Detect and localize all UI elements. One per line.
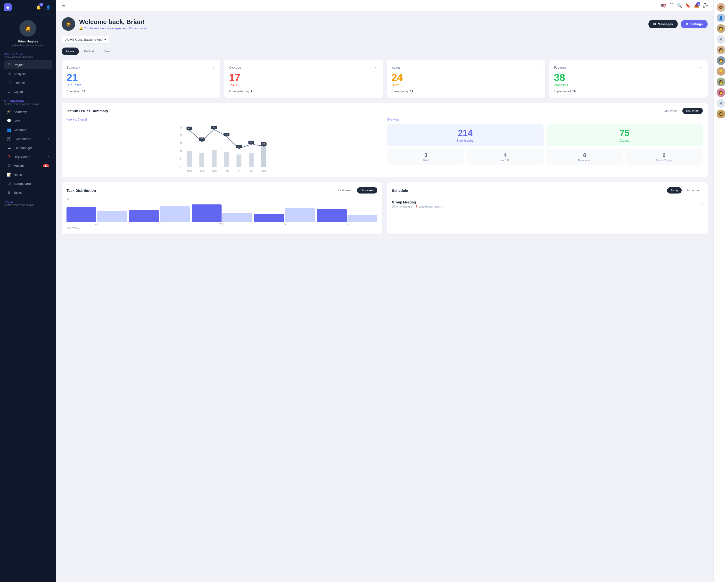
right-avatar-m1[interactable]: M bbox=[717, 35, 725, 44]
mini-label: Won't Fix bbox=[468, 159, 542, 162]
svg-text:18: 18 bbox=[180, 150, 183, 153]
sidebar-item-helpcenter[interactable]: ❓ Help Center › bbox=[4, 152, 52, 161]
closed-issues-number: 75 bbox=[550, 128, 699, 138]
schedule-card: Schedule Today Tomorrow Group Meeting 🕐 … bbox=[387, 182, 708, 234]
sidebar-item-label: Analytics bbox=[14, 72, 26, 76]
task-last-week-btn[interactable]: Last Week bbox=[335, 187, 355, 194]
right-avatar-1[interactable]: 👤 bbox=[717, 13, 725, 22]
sidebar-item-mailbox[interactable]: ✉ Mailbox 27 bbox=[4, 161, 52, 170]
bottom-grid: Task Distribution Last Week This Week 40… bbox=[62, 182, 708, 234]
right-avatar-8[interactable]: 🧔 bbox=[717, 110, 725, 118]
flag-icon[interactable]: 🇺🇸 bbox=[661, 3, 666, 8]
bar-group-thu: Thu bbox=[254, 202, 315, 225]
sidebar-item-academy[interactable]: 🎓 Academy bbox=[4, 107, 52, 116]
notification-button[interactable]: 🔔 3 bbox=[35, 4, 42, 11]
sidebar-item-finance[interactable]: ◷ Finance bbox=[4, 78, 52, 87]
stat-menu-icon[interactable]: ⋮ bbox=[373, 65, 378, 70]
right-avatar-2[interactable]: 🧑 bbox=[717, 24, 725, 33]
settings-button-header[interactable]: ⚙ Settings bbox=[681, 20, 708, 28]
app-logo[interactable]: ◆ bbox=[4, 3, 11, 11]
clock-icon: 🕐 bbox=[392, 205, 395, 208]
right-avatar-3[interactable]: 👩 bbox=[717, 46, 725, 54]
profile-avatar: 🧔 bbox=[19, 20, 37, 37]
right-avatar-4[interactable]: 🧑 bbox=[717, 56, 725, 65]
pages-section: PAGES Custom made page designs bbox=[0, 198, 56, 209]
last-week-button[interactable]: Last Week bbox=[660, 108, 681, 114]
sidebar: ◆ 🔔 3 👤 🧔 Brian Hughes hughes.brian@comp… bbox=[0, 0, 56, 582]
svg-text:Sun: Sun bbox=[262, 169, 266, 172]
svg-rect-13 bbox=[200, 153, 204, 167]
stat-header: Overdue ⋮ bbox=[229, 65, 378, 70]
user-icon-button[interactable]: 👤 bbox=[45, 4, 52, 11]
messages-button-header[interactable]: ✉ Messages bbox=[648, 20, 678, 28]
crypto-icon: ⊙ bbox=[7, 89, 11, 94]
sidebar-item-chat[interactable]: 💬 Chat bbox=[4, 116, 52, 125]
bookmark-button[interactable]: 🔖 bbox=[685, 3, 691, 8]
stat-title: Issues bbox=[391, 66, 401, 70]
topbar: ☰ 🇺🇸 ⛶ 🔍 🔖 📥 5 💬 bbox=[56, 0, 713, 11]
svg-text:Thu: Thu bbox=[225, 169, 229, 172]
mini-stat-reopened: 8 Re-opened bbox=[546, 149, 623, 165]
right-avatar-6[interactable]: 👩 bbox=[717, 78, 725, 86]
stat-footer: From yesterday: 9 bbox=[229, 90, 378, 93]
this-week-button[interactable]: This Week bbox=[682, 108, 703, 114]
contacts-icon: 👥 bbox=[7, 128, 11, 132]
bar-primary bbox=[192, 204, 222, 222]
sidebar-item-tasks[interactable]: ⊕ Tasks bbox=[4, 188, 52, 197]
welcome-actions: ✉ Messages ⚙ Settings bbox=[648, 20, 708, 28]
line-bar-chart: 45 36 27 18 9 0 bbox=[67, 124, 382, 173]
notification-badge: 3 bbox=[39, 3, 43, 6]
schedule-header: Schedule Today Tomorrow bbox=[392, 187, 703, 194]
scrumboard-icon: ☑ bbox=[7, 182, 11, 186]
sidebar-top-icons: 🔔 3 👤 bbox=[35, 4, 52, 11]
mini-label: Needs Triage bbox=[627, 159, 701, 162]
sidebar-item-analytics[interactable]: ◎ Analytics bbox=[4, 70, 52, 78]
search-button[interactable]: 🔍 bbox=[677, 3, 682, 8]
svg-text:Fri: Fri bbox=[238, 169, 240, 172]
messages-button[interactable]: 💬 bbox=[703, 3, 708, 8]
inbox-badge: 5 bbox=[697, 2, 700, 6]
schedule-arrow[interactable]: › bbox=[702, 202, 703, 206]
task-this-week-btn[interactable]: This Week bbox=[357, 187, 378, 194]
bar-label: Fri bbox=[345, 223, 348, 225]
bar-label: Thu bbox=[283, 223, 287, 225]
stat-number: 24 bbox=[391, 73, 540, 83]
sidebar-item-label: Contacts bbox=[14, 128, 26, 132]
sidebar-item-crypto[interactable]: ⊙ Crypto bbox=[4, 87, 52, 96]
right-avatar-7[interactable]: 👩 bbox=[717, 88, 725, 97]
sidebar-item-label: Tasks bbox=[14, 191, 22, 194]
svg-rect-16 bbox=[237, 155, 241, 167]
menu-icon[interactable]: ☰ bbox=[62, 3, 66, 8]
stat-label: Open bbox=[391, 83, 540, 87]
sidebar-item-label: Crypto bbox=[14, 90, 23, 93]
sidebar-item-scrumboard[interactable]: ☑ Scrumboard bbox=[4, 179, 52, 188]
stat-menu-icon[interactable]: ⋮ bbox=[211, 65, 215, 70]
sidebar-item-project[interactable]: ⊞ Project bbox=[4, 60, 52, 69]
inbox-button[interactable]: 📥 5 bbox=[694, 3, 699, 8]
right-avatar-0[interactable]: 🧔 bbox=[717, 3, 725, 11]
today-btn[interactable]: Today bbox=[667, 187, 682, 194]
svg-text:22: 22 bbox=[262, 143, 265, 145]
fullscreen-button[interactable]: ⛶ bbox=[670, 3, 674, 8]
profile-email: hughes.brian@company.com bbox=[4, 44, 52, 47]
sidebar-item-contacts[interactable]: 👥 Contacts bbox=[4, 126, 52, 134]
sidebar-item-ecommerce[interactable]: 🛒 ECommerce › bbox=[4, 134, 52, 143]
notes-icon: 📝 bbox=[7, 172, 11, 177]
closed-label: Closed bbox=[550, 139, 699, 142]
right-avatar-5[interactable]: 👱 bbox=[717, 67, 725, 76]
stat-menu-icon[interactable]: ⋮ bbox=[698, 65, 703, 70]
sidebar-item-notes[interactable]: 📝 Notes bbox=[4, 170, 52, 179]
project-selector[interactable]: ACME Corp. Backend App ▾ bbox=[62, 36, 110, 44]
stat-footer: Completed: 13 bbox=[67, 90, 215, 93]
right-avatar-m2[interactable]: M bbox=[717, 99, 725, 108]
right-sidebar: 🧔 👤 🧑 M 👩 🧑 👱 👩 👩 M 🧔 bbox=[713, 0, 728, 582]
tab-team[interactable]: Team bbox=[100, 48, 116, 55]
tab-budget[interactable]: Budget bbox=[80, 48, 99, 55]
tab-home[interactable]: Home bbox=[62, 48, 79, 55]
academy-icon: 🎓 bbox=[7, 110, 11, 114]
mini-num: 6 bbox=[627, 152, 701, 158]
stat-menu-icon[interactable]: ⋮ bbox=[536, 65, 540, 70]
tomorrow-btn[interactable]: Tomorrow bbox=[683, 187, 703, 194]
closed-issues-card: 75 Closed bbox=[546, 124, 703, 146]
sidebar-item-filemanager[interactable]: ☁ File Manager bbox=[4, 143, 52, 152]
